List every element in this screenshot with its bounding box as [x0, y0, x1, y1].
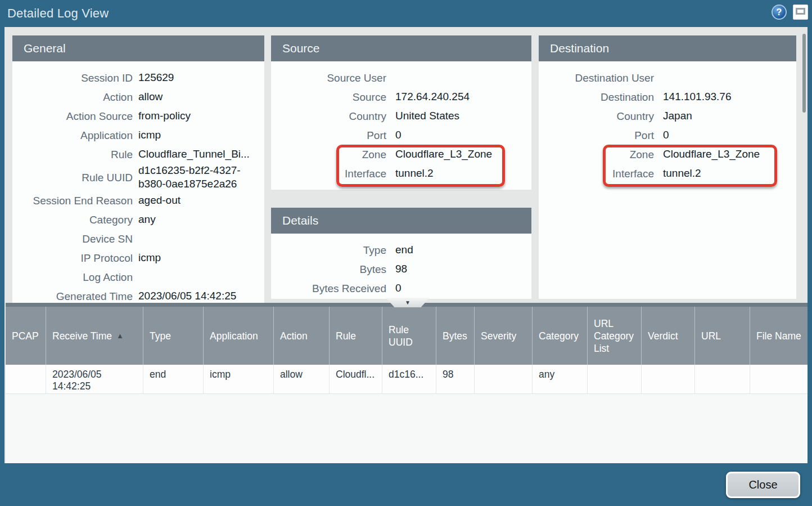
panel-general: General Session ID 125629 Action allow A…: [12, 35, 264, 303]
panel-general-header: General: [12, 35, 264, 61]
panels-area: General Session ID 125629 Action allow A…: [4, 27, 808, 303]
field-label: Device SN: [12, 232, 133, 245]
help-icon[interactable]: ?: [772, 5, 787, 20]
field-value: aged-out: [133, 194, 259, 207]
field-value: Cloudflare_L3_Zone: [386, 147, 531, 161]
field-value: 141.101.93.76: [654, 90, 796, 104]
cell-url-category-list: [588, 365, 642, 393]
column-header-pcap[interactable]: PCAP: [6, 307, 46, 365]
field-source-user: Source User: [271, 68, 531, 87]
field-rule: Rule Cloudflare_Tunnel_Bi...: [12, 145, 264, 164]
field-bytes-received: Bytes Received 0: [271, 279, 531, 298]
splitter-bar[interactable]: ▼: [6, 303, 808, 307]
field-value: 0: [386, 128, 531, 142]
field-destination-port: Port 0: [539, 126, 796, 145]
field-value: tunnel.2: [654, 167, 796, 180]
field-label: Country: [271, 110, 386, 123]
dialog-content: General Session ID 125629 Action allow A…: [4, 27, 808, 463]
column-header-file-name[interactable]: File Name: [750, 307, 808, 365]
cell-type: end: [143, 365, 204, 393]
column-header-receive-time[interactable]: Receive Time ▲: [46, 307, 143, 365]
field-label: Session End Reason: [12, 194, 133, 207]
field-label: Country: [539, 110, 654, 123]
panel-general-body: Session ID 125629 Action allow Action So…: [12, 61, 264, 303]
log-table-section: ▼ PCAP Receive Time ▲ Type Application A…: [6, 303, 808, 463]
field-label: Bytes: [271, 263, 386, 276]
field-label: Zone: [539, 148, 654, 161]
cell-severity: [475, 365, 533, 393]
log-table-header: PCAP Receive Time ▲ Type Application Act…: [6, 307, 808, 365]
column-header-url-category-list[interactable]: URL Category List: [588, 307, 642, 365]
field-value: allow: [133, 90, 259, 104]
field-label: IP Protocol: [12, 252, 133, 265]
field-value: 98: [386, 262, 531, 276]
column-header-rule-uuid[interactable]: Rule UUID: [382, 307, 436, 365]
column-header-type[interactable]: Type: [143, 307, 204, 365]
dialog-titlebar: Detailed Log View ?: [0, 0, 812, 27]
field-action: Action allow: [12, 87, 264, 106]
field-value: United States: [386, 109, 531, 123]
field-value: 172.64.240.254: [386, 90, 531, 104]
field-value: 0: [386, 281, 531, 295]
close-button[interactable]: Close: [726, 472, 800, 498]
field-label: Action: [12, 91, 133, 104]
field-device-sn: Device SN: [12, 229, 264, 248]
panel-details: Details Type end Bytes 98 Bytes Received…: [271, 208, 531, 299]
window-icon[interactable]: [793, 5, 808, 20]
field-source-port: Port 0: [271, 126, 531, 145]
field-value: from-policy: [133, 109, 259, 123]
field-label: Generated Time: [12, 290, 133, 303]
field-label: Rule UUID: [12, 171, 133, 184]
column-header-bytes[interactable]: Bytes: [436, 307, 475, 365]
cell-receive-time: 2023/06/05 14:42:25: [46, 365, 143, 393]
field-label: Application: [12, 129, 133, 142]
column-header-application[interactable]: Application: [204, 307, 274, 365]
cell-category: any: [533, 365, 588, 393]
field-destination-country: Country Japan: [539, 106, 796, 126]
cell-rule-uuid: d1c16...: [382, 365, 436, 393]
field-label: Category: [12, 213, 133, 226]
column-header-action[interactable]: Action: [274, 307, 330, 365]
field-category: Category any: [12, 210, 264, 229]
field-source-address: Source 172.64.240.254: [271, 87, 531, 106]
field-source-interface: Interface tunnel.2: [271, 164, 531, 183]
column-header-rule[interactable]: Rule: [330, 307, 382, 365]
column-header-verdict[interactable]: Verdict: [642, 307, 695, 365]
field-label: Zone: [271, 148, 386, 161]
field-label: Interface: [539, 167, 654, 180]
field-value: 125629: [133, 71, 259, 84]
field-session-end-reason: Session End Reason aged-out: [12, 191, 264, 210]
panel-source-body: Source User Source 172.64.240.254 Countr…: [271, 61, 531, 183]
dialog-title: Detailed Log View: [7, 6, 109, 21]
cell-url: [695, 365, 750, 393]
field-destination-interface: Interface tunnel.2: [539, 164, 796, 183]
collapse-handle[interactable]: ▼: [386, 298, 430, 307]
field-label: Destination User: [539, 71, 654, 84]
field-value: Cloudflare_L3_Zone: [654, 147, 796, 161]
field-rule-uuid: Rule UUID d1c16235-b2f2-4327-b380-0ae187…: [12, 164, 264, 191]
cell-application: icmp: [204, 365, 274, 393]
table-row[interactable]: 2023/06/05 14:42:25 end icmp allow Cloud…: [6, 365, 808, 394]
cell-file-name: [750, 365, 808, 393]
column-header-severity[interactable]: Severity: [475, 307, 533, 365]
field-label: Interface: [271, 167, 386, 180]
field-value: any: [133, 213, 259, 226]
cell-verdict: [642, 365, 695, 393]
field-value: Cloudflare_Tunnel_Bi...: [133, 147, 259, 161]
field-value: icmp: [133, 251, 259, 265]
column-header-url[interactable]: URL: [695, 307, 750, 365]
field-source-country: Country United States: [271, 106, 531, 126]
field-label: Destination: [539, 91, 654, 104]
chevron-down-icon: ▼: [405, 300, 410, 306]
column-header-category[interactable]: Category: [533, 307, 588, 365]
panel-destination-header: Destination: [539, 35, 796, 61]
panel-destination-body: Destination User Destination 141.101.93.…: [539, 61, 796, 183]
field-source-zone: Zone Cloudflare_L3_Zone: [271, 145, 531, 164]
vertical-scrollbar-thumb[interactable]: [802, 34, 806, 113]
field-destination-address: Destination 141.101.93.76: [539, 87, 796, 106]
field-label: Rule: [12, 148, 133, 161]
field-value: 2023/06/05 14:42:25: [133, 289, 259, 303]
panel-source: Source Source User Source 172.64.240.254…: [271, 35, 531, 190]
field-log-action: Log Action: [12, 267, 264, 286]
field-destination-user: Destination User: [539, 68, 796, 87]
